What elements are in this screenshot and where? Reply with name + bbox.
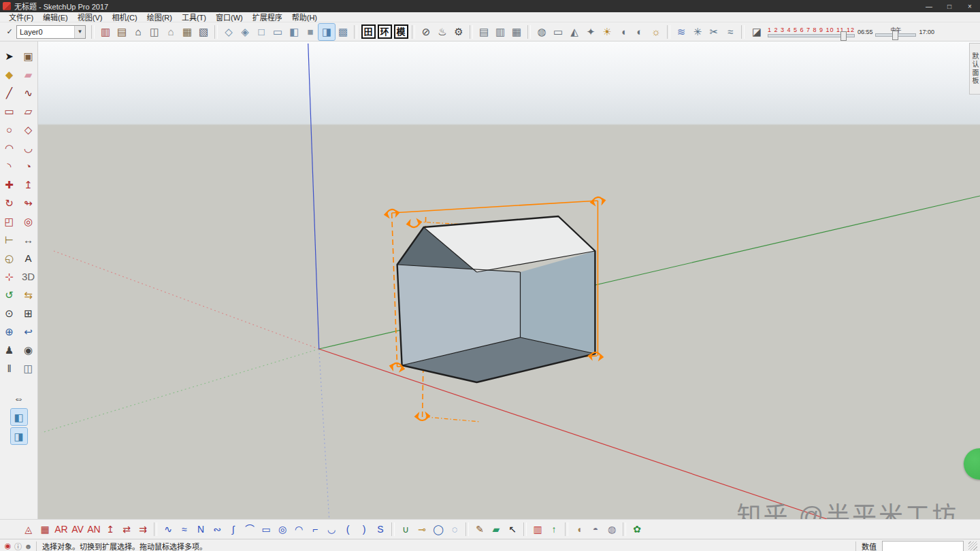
infinite-plane-icon[interactable]: ≋ — [673, 24, 689, 40]
av-tool-icon[interactable]: AV — [69, 521, 86, 537]
arc-segment-icon[interactable]: ⌒ — [242, 521, 258, 537]
ies-light-icon[interactable]: ✦ — [583, 24, 599, 40]
select-tool-icon[interactable]: ➤ — [1, 48, 18, 64]
components-icon[interactable]: ▤ — [114, 24, 130, 40]
freehand-spline-icon[interactable]: ≈ — [176, 521, 193, 537]
frame-buffer-icon[interactable]: ▤ — [476, 24, 492, 40]
sky-icon[interactable]: ☼ — [648, 24, 664, 40]
three-point-arc-tool-icon[interactable]: ◝ — [1, 158, 18, 174]
claim-icon[interactable]: ☻ — [23, 541, 33, 551]
section-plane-tool-icon[interactable]: ◫ — [20, 360, 37, 376]
previous-view-tool-icon[interactable]: ↩ — [20, 323, 37, 339]
push-pull-tool-icon[interactable]: ↥ — [20, 176, 37, 193]
picker-arrow-icon[interactable]: ↖ — [504, 521, 521, 537]
open-paren-arc-icon[interactable]: ( — [340, 521, 356, 537]
shaded-style-icon[interactable]: ◧ — [286, 24, 302, 40]
no-render-icon[interactable]: ⊘ — [418, 24, 434, 40]
layer-visible-check-icon[interactable]: ✓ — [4, 27, 15, 36]
pan-tool-icon[interactable]: ⇆ — [20, 286, 37, 303]
wireframe-style-icon[interactable]: □ — [253, 24, 270, 40]
extension-warehouse-icon[interactable]: ⌂ — [163, 24, 179, 40]
rectangle-light-icon[interactable]: ▭ — [550, 24, 566, 40]
two-point-arc-tool-icon[interactable]: ◡ — [20, 139, 37, 156]
look-around-tool-icon[interactable]: ◉ — [20, 341, 37, 358]
default-tray-tab[interactable]: 默认面板 — [969, 43, 980, 95]
monochrome-style-icon[interactable]: ■ — [302, 24, 318, 40]
cubic-curve-icon[interactable]: ∫ — [225, 521, 242, 537]
tian-toolbar-button[interactable]: 田 — [360, 24, 376, 40]
oval-icon[interactable]: ◌ — [446, 521, 463, 537]
menu-edit[interactable]: 编辑(E) — [38, 12, 73, 22]
u-arc-icon[interactable]: ◡ — [323, 521, 340, 537]
arc-tool-icon[interactable]: ◠ — [1, 139, 18, 156]
arrow-up-icon[interactable]: ↑ — [546, 521, 562, 537]
spot-light-icon[interactable]: ◭ — [566, 24, 583, 40]
ellipse-icon[interactable]: ◯ — [430, 521, 446, 537]
zoom-tool-icon[interactable]: ⊙ — [1, 305, 18, 321]
dome-mesh-icon[interactable]: ◓ — [587, 521, 604, 537]
huan-toolbar-button[interactable]: 环 — [376, 24, 393, 40]
menu-extensions[interactable]: 扩展程序 — [248, 12, 287, 22]
rectangle-tool-icon[interactable]: ▭ — [1, 103, 18, 119]
ar-tool-icon[interactable]: AR — [53, 521, 69, 537]
rotation-grip[interactable] — [406, 217, 423, 228]
batch-render-icon[interactable]: ▥ — [492, 24, 508, 40]
window-resize-grip[interactable] — [968, 541, 977, 550]
mo-toolbar-button[interactable]: 模 — [393, 24, 409, 40]
position-camera-tool-icon[interactable]: ♟ — [1, 341, 18, 358]
sphere-light-icon[interactable]: ◐ — [632, 24, 648, 40]
rotated-rectangle-tool-icon[interactable]: ▱ — [20, 103, 37, 119]
s-curve-icon[interactable]: S — [372, 521, 389, 537]
dropdown-arrow-icon[interactable]: ▼ — [74, 26, 85, 38]
clipper-icon[interactable]: ✂ — [706, 24, 722, 40]
corner-line-icon[interactable]: ⌐ — [307, 521, 323, 537]
shadow-time-slider[interactable]: 中午 — [875, 27, 916, 37]
sphere-mesh-icon[interactable]: ◍ — [604, 521, 620, 537]
grid-tool-icon[interactable]: ▦ — [37, 521, 53, 537]
zoom-window-tool-icon[interactable]: ⊞ — [20, 305, 37, 321]
model-info-icon[interactable]: ▥ — [97, 24, 114, 40]
textured-cube-icon[interactable]: ◧ — [11, 409, 27, 425]
move-tool-icon[interactable]: ✚ — [1, 176, 18, 193]
nurbs-curve-icon[interactable]: N — [193, 521, 209, 537]
dome-light-icon[interactable]: ◖ — [615, 24, 632, 40]
model-viewport[interactable]: 默认面板 知乎 @半平米工坊 — [38, 41, 980, 519]
measurements-input[interactable] — [882, 541, 964, 551]
3d-text-tool-icon[interactable]: 3D — [20, 268, 37, 284]
shadow-toggle-icon[interactable]: ◪ — [749, 24, 765, 40]
viewport-canvas[interactable] — [38, 41, 980, 519]
archive-box-icon[interactable]: ▦ — [179, 24, 195, 40]
rotate-tool-icon[interactable]: ↻ — [1, 195, 18, 211]
text-tool-icon[interactable]: A — [20, 250, 37, 266]
circle-spline-icon[interactable]: ◎ — [274, 521, 291, 537]
render-settings-icon[interactable]: ⚙ — [451, 24, 467, 40]
protractor-icon[interactable]: ◵ — [1, 250, 18, 266]
bezier-curve-icon[interactable]: ∿ — [160, 521, 176, 537]
fur-icon[interactable]: ✳ — [689, 24, 706, 40]
tape-measure-icon[interactable]: ⊢ — [1, 231, 18, 248]
paintbrush-icon[interactable]: ✎ — [472, 521, 488, 537]
shaded-textures-style-icon[interactable]: ◨ — [318, 24, 335, 40]
walk-tool-icon[interactable]: ‖ — [1, 360, 18, 376]
warehouse-icon[interactable]: ◫ — [146, 24, 163, 40]
leaf-icon[interactable]: ✿ — [629, 521, 645, 537]
arc-spline-icon[interactable]: ◠ — [291, 521, 307, 537]
geo-location-icon[interactable]: ◉ — [3, 541, 13, 551]
menu-file[interactable]: 文件(F) — [4, 12, 38, 22]
circle-tool-icon[interactable]: ○ — [1, 121, 18, 137]
stamp-tool-icon[interactable]: ↥ — [102, 521, 118, 537]
omni-light-icon[interactable]: ◍ — [534, 24, 550, 40]
rect-spline-icon[interactable]: ▭ — [258, 521, 274, 537]
back-edges-style-icon[interactable]: ◈ — [237, 24, 253, 40]
offset-tool-icon[interactable]: ◎ — [20, 213, 37, 229]
close-button[interactable]: × — [960, 0, 980, 12]
material-cube-icon[interactable]: ◨ — [11, 428, 27, 444]
paint-bucket-icon[interactable]: ◆ — [1, 66, 18, 82]
xray-style-icon[interactable]: ◇ — [220, 24, 237, 40]
polygon-tool-icon[interactable]: ◇ — [20, 121, 37, 137]
catmull-rom-icon[interactable]: ∾ — [209, 521, 225, 537]
flip-tool-icon[interactable]: ⇄ — [118, 521, 135, 537]
date-slider-handle[interactable] — [840, 31, 847, 41]
teapot-render-icon[interactable]: ♨ — [434, 24, 451, 40]
maximize-button[interactable]: □ — [939, 0, 960, 12]
